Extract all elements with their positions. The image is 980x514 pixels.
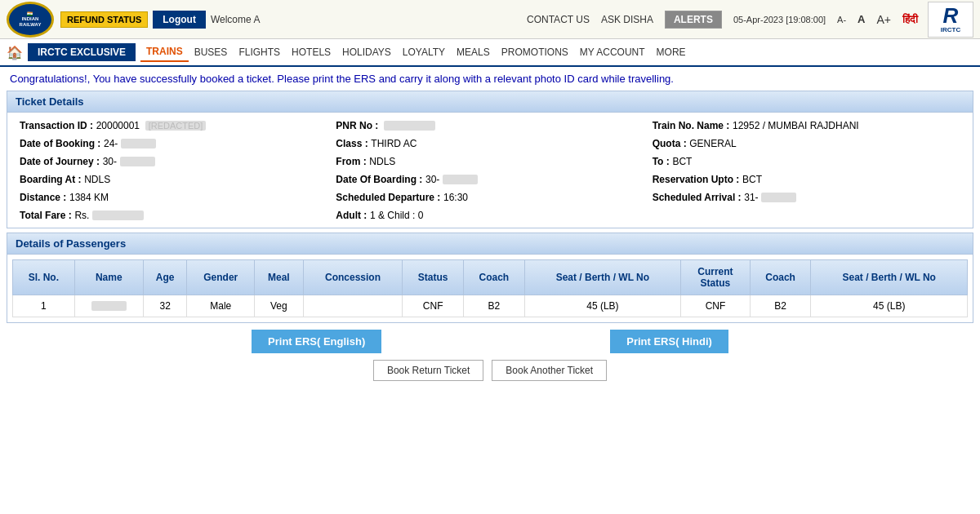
distance-field: Distance : 1384 KM [20, 191, 327, 203]
cell-coach: B2 [464, 295, 525, 317]
font-large-control[interactable]: A+ [876, 13, 891, 26]
fare-value: Rs. [74, 210, 89, 221]
hindi-link[interactable]: हिंदी [902, 13, 918, 26]
col-coach2: Coach [750, 260, 811, 295]
nav-flights[interactable]: FLIGHTS [233, 43, 286, 61]
sched-arr-label: Scheduled Arrival : [653, 192, 742, 203]
ticket-details-header: Ticket Details [7, 91, 973, 113]
reservation-value: BCT [742, 174, 762, 185]
nav-hotels[interactable]: HOTELS [286, 43, 336, 61]
action-area: Print ERS( English) Print ERS( Hindi) Bo… [0, 330, 980, 381]
nav-my-account[interactable]: MY ACCOUNT [574, 43, 651, 61]
cell-concession [303, 295, 403, 317]
adult-value: 1 & Child : 0 [370, 210, 423, 221]
passenger-details-section: Details of Passengers Sl. No. Name Age G… [7, 233, 973, 323]
irctc-exclusive-button[interactable]: IRCTC EXCLUSIVE [28, 43, 136, 61]
train-name-label: Train No. Name : [653, 120, 730, 131]
cell-name [74, 295, 143, 317]
cell-gender: Male [187, 295, 255, 317]
sched-arr-value: 31- [744, 192, 758, 203]
dob-value: 24- [104, 138, 118, 149]
nav-trains[interactable]: TRAINS [140, 42, 189, 62]
ticket-details-section: Ticket Details Transaction ID : 20000001… [7, 91, 973, 228]
date-of-boarding-field: Date Of Boarding : 30- [336, 173, 644, 185]
train-name-field: Train No. Name : 12952 / MUMBAI RAJDHANI [653, 119, 960, 131]
col-meal: Meal [255, 260, 304, 295]
class-field: Class : THIRD AC [336, 137, 644, 149]
cell-seat2: 45 (LB) [811, 295, 968, 317]
nav-meals[interactable]: MEALS [451, 43, 496, 61]
irctc-logo-left: 🇮🇳INDIANRAILWAY [7, 2, 54, 38]
train-name-value: 12952 / MUMBAI RAJDHANI [733, 120, 859, 131]
boarding-at-field: Boarding At : NDLS [20, 173, 327, 185]
fare-label: Total Fare : [20, 210, 72, 221]
contact-us-link[interactable]: CONTACT US [527, 14, 590, 25]
total-fare-field: Total Fare : Rs. [20, 209, 327, 221]
home-icon[interactable]: 🏠 [7, 45, 23, 60]
class-value: THIRD AC [371, 138, 416, 149]
col-concession: Concession [303, 260, 403, 295]
print-ers-hindi-button[interactable]: Print ERS( Hindi) [610, 330, 728, 353]
print-ers-english-button[interactable]: Print ERS( English) [252, 330, 381, 353]
col-seat2: Seat / Berth / WL No [811, 260, 968, 295]
success-message: Congratulations!, You have successfully … [0, 67, 980, 91]
logout-button[interactable]: Logout [153, 11, 206, 29]
cell-coach2: B2 [750, 295, 811, 317]
cell-seat: 45 (LB) [524, 295, 680, 317]
col-current-status: CurrentStatus [681, 260, 751, 295]
nav-more[interactable]: MORE [651, 43, 692, 61]
from-label: From : [336, 156, 366, 167]
boarding-value: NDLS [84, 174, 110, 185]
pnr-label: PNR No : [336, 120, 378, 131]
date-of-booking-field: Date of Booking : 24- [20, 137, 327, 149]
col-status: Status [403, 260, 464, 295]
to-field: To : BCT [653, 155, 960, 167]
scheduled-departure-field: Scheduled Departure : 16:30 [336, 191, 644, 203]
nav-links: TRAINS BUSES FLIGHTS HOTELS HOLIDAYS LOY… [140, 42, 692, 62]
nav-buses[interactable]: BUSES [189, 43, 234, 61]
col-sl-no: Sl. No. [13, 260, 75, 295]
sched-dep-value: 16:30 [443, 192, 468, 203]
nav-holidays[interactable]: HOLIDAYS [336, 43, 397, 61]
to-label: To : [653, 156, 670, 167]
distance-value: 1384 KM [69, 192, 109, 203]
to-value: BCT [672, 156, 692, 167]
quota-value: GENERAL [689, 138, 736, 149]
reservation-label: Reservation Upto : [653, 174, 740, 185]
font-small-control[interactable]: A- [837, 15, 846, 24]
passenger-table: Sl. No. Name Age Gender Meal Concession … [12, 259, 968, 317]
transaction-id-field: Transaction ID : 20000001 [REDACTED] [20, 119, 327, 131]
passenger-details-header: Details of Passengers [7, 233, 973, 255]
refund-status-button[interactable]: REFUND STATUS [60, 11, 148, 28]
cell-sl-no: 1 [13, 295, 75, 317]
book-return-ticket-button[interactable]: Book Return Ticket [373, 360, 483, 381]
nav-loyalty[interactable]: LOYALTY [397, 43, 451, 61]
col-coach: Coach [464, 260, 525, 295]
alerts-button[interactable]: ALERTS [665, 11, 722, 29]
cell-current-status: CNF [681, 295, 751, 317]
pnr-field: PNR No : [336, 119, 644, 131]
ask-disha-link[interactable]: ASK DISHA [601, 14, 653, 25]
table-row: 1 32 Male Veg CNF B2 45 (LB) CNF B2 45 (… [13, 295, 968, 317]
distance-label: Distance : [20, 192, 66, 203]
col-name: Name [74, 260, 143, 295]
adult-child-field: Adult : 1 & Child : 0 [336, 209, 644, 221]
col-seat: Seat / Berth / WL No [524, 260, 680, 295]
boarding-label: Boarding At : [20, 174, 82, 185]
sched-dep-label: Scheduled Departure : [336, 192, 440, 203]
dob-label: Date of Booking : [20, 138, 100, 149]
col-age: Age [143, 260, 187, 295]
book-another-ticket-button[interactable]: Book Another Ticket [492, 360, 607, 381]
date-of-journey-field: Date of Journey : 30- [20, 155, 327, 167]
doj-label: Date of Journey : [20, 156, 100, 167]
doj-value: 30- [103, 156, 117, 167]
nav-promotions[interactable]: PROMOTIONS [496, 43, 574, 61]
font-normal-control[interactable]: A [858, 13, 865, 25]
reservation-upto-field: Reservation Upto : BCT [653, 173, 960, 185]
transaction-id-value: 20000001 [96, 120, 140, 131]
class-label: Class : [336, 138, 368, 149]
date-boarding-value: 30- [425, 174, 439, 185]
from-value: NDLS [369, 156, 395, 167]
col-gender: Gender [187, 260, 255, 295]
datetime-display: 05-Apr-2023 [19:08:00] [733, 15, 826, 24]
